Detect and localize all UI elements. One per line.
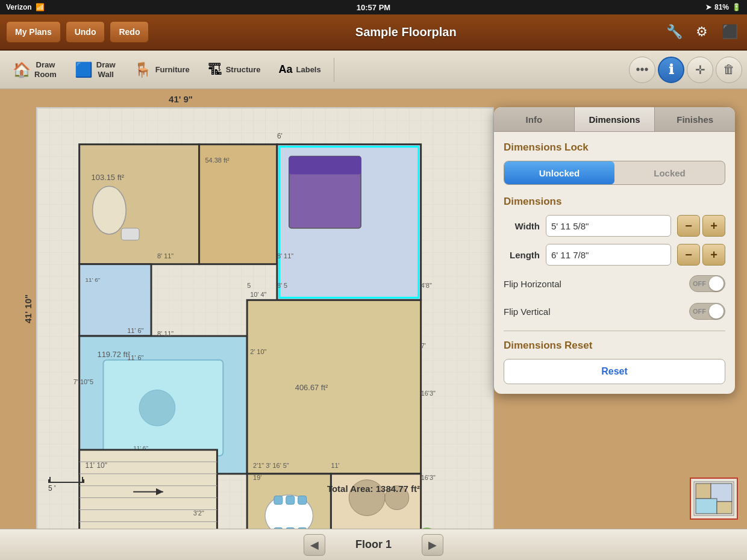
- furniture-label: Furniture: [155, 65, 190, 75]
- toolbar-draw-wall[interactable]: 🟦 DrawWall: [67, 55, 123, 84]
- svg-rect-36: [286, 496, 295, 505]
- svg-rect-74: [696, 499, 717, 514]
- furniture-icon: 🪑: [134, 61, 152, 78]
- location-icon: ➤: [705, 3, 711, 11]
- flip-horizontal-label: Flip Horizontal: [504, 279, 561, 289]
- undo-button[interactable]: Undo: [66, 21, 105, 43]
- scale-bar: 5 ': [48, 479, 84, 493]
- svg-point-4: [93, 186, 127, 234]
- svg-text:8' 11": 8' 11": [157, 252, 173, 260]
- tab-dimensions[interactable]: Dimensions: [575, 107, 655, 131]
- svg-rect-37: [298, 496, 307, 505]
- prev-floor-button[interactable]: ◀: [304, 534, 325, 556]
- svg-text:119.72 ft²: 119.72 ft²: [97, 350, 130, 359]
- flip-horizontal-state: OFF: [693, 280, 706, 287]
- svg-text:19': 19': [253, 474, 261, 481]
- info-button[interactable]: ℹ: [658, 57, 684, 83]
- trash-icon: 🗑: [723, 63, 735, 76]
- svg-text:3'2": 3'2": [193, 509, 204, 517]
- svg-text:8' 11": 8' 11": [277, 252, 293, 260]
- width-decrease-button[interactable]: −: [677, 215, 700, 237]
- tab-finishes[interactable]: Finishes: [655, 107, 735, 131]
- tab-info[interactable]: Info: [494, 107, 575, 131]
- my-plans-button[interactable]: My Plans: [6, 21, 61, 43]
- svg-text:2'1" 3' 16' 5": 2'1" 3' 16' 5": [253, 462, 289, 469]
- battery-icon: 🔋: [732, 3, 741, 11]
- dimensions-panel: Info Dimensions Finishes Dimensions Lock…: [494, 107, 735, 394]
- toolbar-separator: [334, 58, 334, 82]
- more-button[interactable]: •••: [629, 57, 655, 83]
- carrier-text: Verizon: [6, 3, 32, 11]
- draw-wall-icon: 🟦: [75, 61, 93, 78]
- svg-text:406.67 ft²: 406.67 ft²: [295, 383, 328, 392]
- svg-text:11': 11': [331, 462, 339, 469]
- structure-label: Structure: [226, 65, 261, 75]
- draw-room-label: DrawRoom: [34, 60, 57, 79]
- status-right: ➤ 81% 🔋: [705, 3, 741, 11]
- flip-vertical-row: Flip Vertical OFF: [504, 300, 725, 322]
- length-increase-button[interactable]: +: [702, 244, 725, 266]
- toolbar: 🏠 DrawRoom 🟦 DrawWall 🪑 Furniture 🏗 Stru…: [0, 51, 747, 89]
- svg-text:16'3": 16'3": [421, 390, 436, 397]
- svg-rect-35: [274, 496, 283, 505]
- svg-text:11' 6": 11' 6": [127, 354, 143, 361]
- floorplan-canvas[interactable]: 103.15 ft² 54.38 ft² 189.39 ft² 11' 6" 1…: [36, 107, 494, 529]
- reset-button[interactable]: Reset: [504, 359, 725, 384]
- gear-icon[interactable]: ⚙: [690, 20, 713, 43]
- width-stepper: − +: [677, 215, 725, 237]
- svg-rect-20: [247, 300, 420, 473]
- move-button[interactable]: ✛: [687, 57, 713, 83]
- svg-text:5: 5: [247, 282, 251, 289]
- toolbar-furniture[interactable]: 🪑 Furniture: [126, 55, 198, 84]
- toolbar-structure[interactable]: 🏗 Structure: [200, 55, 269, 84]
- svg-text:2' 10": 2' 10": [250, 348, 266, 355]
- move-icon: ✛: [695, 63, 705, 77]
- toolbar-labels[interactable]: Aa Labels: [271, 55, 329, 84]
- top-bar: My Plans Undo Redo Sample Floorplan 🔧 ⚙ …: [0, 14, 747, 51]
- svg-rect-39: [286, 527, 295, 529]
- draw-room-icon: 🏠: [13, 61, 31, 78]
- flip-horizontal-toggle[interactable]: OFF: [689, 275, 725, 292]
- redo-button[interactable]: Redo: [110, 21, 149, 43]
- svg-text:4'8": 4'8": [421, 282, 432, 289]
- lock-toggle: Unlocked Locked: [504, 161, 725, 185]
- more-icon: •••: [636, 63, 648, 76]
- dimension-label-left: 41' 10": [23, 294, 33, 323]
- page-title: Sample Floorplan: [154, 25, 658, 39]
- status-bar: Verizon 📶 10:57 PM ➤ 81% 🔋: [0, 0, 747, 14]
- svg-text:6': 6': [277, 132, 283, 140]
- next-floor-button[interactable]: ▶: [422, 534, 443, 556]
- panel-divider: [504, 331, 725, 331]
- unlocked-button[interactable]: Unlocked: [504, 161, 614, 184]
- svg-text:11' 10": 11' 10": [86, 461, 107, 470]
- width-increase-button[interactable]: +: [702, 215, 725, 237]
- width-input[interactable]: [546, 215, 671, 237]
- floor-nav: ◀ Floor 1 ▶: [0, 529, 747, 560]
- labels-label: Labels: [296, 65, 321, 75]
- svg-text:8' 5: 8' 5: [277, 282, 287, 289]
- battery-text: 81%: [714, 3, 729, 11]
- locked-button[interactable]: Locked: [614, 161, 725, 184]
- dimensions-title: Dimensions: [504, 196, 725, 208]
- toolbar-draw-room[interactable]: 🏠 DrawRoom: [5, 55, 64, 84]
- svg-text:8' 11": 8' 11": [157, 330, 173, 337]
- wifi-icon: 📶: [36, 3, 45, 11]
- floorplan-thumbnail[interactable]: [690, 478, 738, 520]
- dimensions-reset-title: Dimensions Reset: [504, 340, 725, 352]
- trash-button[interactable]: 🗑: [716, 57, 742, 83]
- length-decrease-button[interactable]: −: [677, 244, 700, 266]
- svg-text:11' 6": 11' 6": [86, 277, 101, 284]
- svg-point-18: [139, 390, 175, 426]
- svg-text:7': 7': [421, 342, 426, 349]
- flip-vertical-toggle[interactable]: OFF: [689, 303, 725, 320]
- main-area: 41' 9" 41' 10" 103.15 ft² 54.38 ft²: [0, 89, 747, 529]
- toolbar-right: ••• ℹ ✛ 🗑: [629, 57, 742, 83]
- length-input[interactable]: [546, 244, 671, 266]
- svg-text:16'3": 16'3": [421, 474, 436, 481]
- total-area-label: Total Area: 1384.77 ft²: [327, 484, 420, 494]
- export-icon[interactable]: ⬛: [718, 20, 741, 43]
- labels-icon: Aa: [279, 63, 293, 76]
- svg-text:10' 4": 10' 4": [250, 291, 266, 298]
- wrench-icon[interactable]: 🔧: [663, 20, 686, 43]
- svg-rect-12: [289, 157, 361, 175]
